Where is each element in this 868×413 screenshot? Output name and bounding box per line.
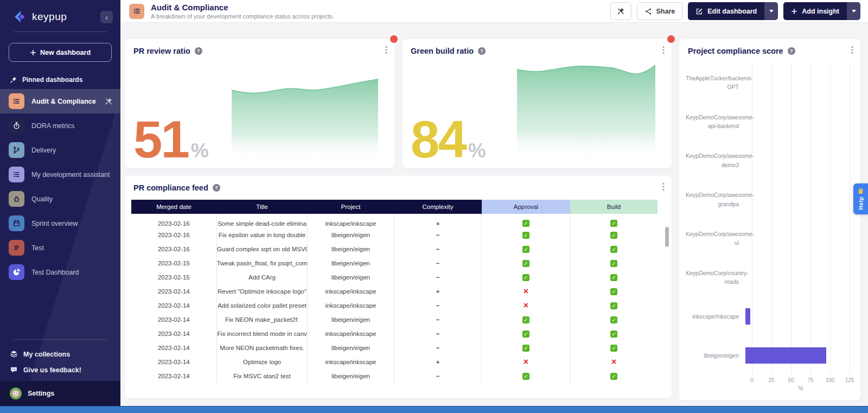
- approval-status-cell: ✓: [482, 214, 570, 228]
- sidebar-item-test[interactable]: Test: [0, 236, 120, 260]
- sidebar-divider: [14, 31, 106, 32]
- x-tick-label: 100: [826, 377, 835, 383]
- unpin-dashboard-button[interactable]: [610, 2, 631, 20]
- table-row[interactable]: 2023-02-14Add solarized color pallet pre…: [131, 298, 658, 313]
- widget-pr-compliance-feed: PR compliance feed ?: [125, 176, 672, 398]
- sidebar-item-audit-compliance[interactable]: Audit & Compliance: [0, 89, 120, 113]
- column-header-build[interactable]: Build: [570, 200, 658, 214]
- kpi-value: 51: [133, 115, 188, 164]
- column-header-project[interactable]: Project: [308, 200, 394, 214]
- new-dashboard-button[interactable]: New dashboard: [9, 43, 112, 62]
- bar: [745, 347, 826, 364]
- column-header-merged-date[interactable]: Merged date: [131, 200, 216, 214]
- x-tick-label: 0: [750, 377, 754, 383]
- sidebar-item-test-dashboard[interactable]: Test Dashboard: [0, 260, 120, 284]
- table-row[interactable]: 2023-02-16Some simple dead-code eliminai…: [131, 214, 658, 228]
- x-tick-label: 50: [788, 377, 794, 383]
- check-icon: ✓: [522, 260, 529, 267]
- widget-menu-icon[interactable]: [851, 46, 853, 56]
- check-icon: ✓: [610, 260, 617, 267]
- add-insight-button[interactable]: Add insight: [783, 2, 847, 20]
- sidebar-footer-divider: [13, 339, 107, 340]
- widget-project-compliance-score: Project compliance score ? TheAppleTucke…: [679, 39, 860, 401]
- check-icon: ✓: [610, 373, 617, 380]
- help-icon[interactable]: ?: [788, 47, 795, 55]
- approval-status-cell: ×: [482, 284, 570, 298]
- table-row[interactable]: 2023-02-14Revert "Optimize inkscape logo…: [131, 284, 658, 298]
- feed-scrollbar[interactable]: [665, 227, 669, 247]
- merged-date-cell: 2023-02-16: [131, 214, 216, 228]
- sidebar-item-delivery[interactable]: Delivery: [0, 138, 120, 162]
- table-row[interactable]: 2023-02-14Optimize logoinkscape/inkscape…: [131, 355, 658, 369]
- bar: [745, 308, 750, 325]
- help-icon[interactable]: ?: [213, 184, 220, 192]
- category-label: inkscape/inkscape: [686, 312, 745, 321]
- alert-badge: [667, 35, 675, 43]
- column-header-complexity[interactable]: Complexity: [394, 200, 482, 214]
- widget-title: PR compliance feed: [133, 183, 208, 192]
- topbar: Audit & Compliance A breakdown of your d…: [120, 0, 868, 23]
- sidebar-item-sprint-overview[interactable]: Sprint overview: [0, 211, 120, 236]
- edit-dashboard-dropdown[interactable]: [764, 2, 778, 20]
- project-cell: libeigen/eigen: [308, 242, 394, 256]
- kpi-unit: %: [468, 139, 486, 162]
- table-row[interactable]: 2023-02-16Fix epsilon value in long doub…: [131, 228, 658, 242]
- check-icon: ✓: [522, 246, 529, 253]
- keypup-logo-icon: [13, 10, 27, 24]
- build-status-cell: ✓: [570, 369, 658, 383]
- complexity-cell: −: [394, 242, 482, 256]
- sidebar-item-feedback[interactable]: Give us feedback!: [0, 362, 120, 378]
- sidebar-footer: My collections Give us feedback!: [0, 339, 120, 381]
- table-row[interactable]: 2023-02-15Tweak pasin_float, fix psqrt_c…: [131, 256, 658, 270]
- table-row[interactable]: 2023-02-15Add CArglibeigen/eigen−✓✓: [131, 270, 658, 284]
- add-insight-dropdown[interactable]: [847, 2, 860, 20]
- help-tab-button[interactable]: Help: [853, 183, 868, 214]
- score-category-row: KeypDemoCorp/awesome- demo3: [686, 141, 855, 180]
- table-row[interactable]: 2023-02-14Fix MSVC atan2 testlibeigen/ei…: [131, 369, 658, 383]
- table-row[interactable]: 2023-02-16Guard complex sqrt on old MSVC…: [131, 242, 658, 256]
- column-header-approval[interactable]: Approval: [482, 200, 570, 214]
- alert-badge: [390, 35, 398, 43]
- edit-dashboard-button[interactable]: Edit dashboard: [688, 2, 764, 20]
- edit-pencil-icon: [695, 8, 703, 15]
- cross-icon: ×: [524, 301, 528, 310]
- merged-date-cell: 2023-02-16: [131, 242, 216, 256]
- table-row[interactable]: 2023-02-14More NEON packetmath fixes.lib…: [131, 341, 658, 355]
- chat-icon: [10, 366, 18, 374]
- column-header-title[interactable]: Title: [216, 200, 308, 214]
- help-icon[interactable]: ?: [195, 47, 202, 55]
- sidebar-item-settings[interactable]: Settings: [0, 381, 120, 406]
- sidebar-item-my-development-assistant[interactable]: My development assistant: [0, 162, 120, 187]
- check-icon: ✓: [522, 316, 529, 323]
- merged-date-cell: 2023-02-14: [131, 284, 216, 298]
- widget-menu-icon[interactable]: [662, 182, 665, 193]
- sidebar-item-dora-metrics[interactable]: DORA metrics: [0, 113, 120, 138]
- approval-status-cell: ✓: [482, 270, 570, 284]
- sidebar-item-my-collections[interactable]: My collections: [0, 346, 120, 362]
- sidebar-collapse-button[interactable]: ‹: [100, 11, 113, 23]
- widget-menu-icon[interactable]: [662, 46, 665, 56]
- add-insight-split-button: Add insight: [783, 2, 860, 20]
- widget-menu-icon[interactable]: [385, 46, 387, 56]
- project-cell: inkscape/inkscape: [308, 284, 394, 298]
- check-icon: ✓: [610, 232, 617, 239]
- check-icon: ✓: [522, 345, 529, 352]
- category-label: KeypDemoCorp/awesome- ui: [686, 230, 745, 247]
- help-icon[interactable]: ?: [478, 47, 486, 55]
- merged-date-cell: 2023-02-14: [131, 298, 216, 313]
- chevron-down-icon: [852, 10, 856, 12]
- widget-title: PR review ratio: [133, 47, 190, 55]
- sidebar-item-quality[interactable]: Quality: [0, 187, 120, 211]
- x-axis-label: %: [752, 385, 850, 393]
- pin-icon: [10, 76, 17, 84]
- project-cell: inkscape/inkscape: [308, 298, 394, 313]
- share-button[interactable]: Share: [637, 2, 683, 20]
- share-icon: [644, 8, 652, 15]
- green-build-area-chart: [517, 62, 655, 160]
- complexity-cell: −: [394, 256, 482, 270]
- unpin-icon[interactable]: [105, 97, 113, 105]
- sidebar: keypup ‹ New dashboard Pinned dashboards…: [0, 0, 120, 406]
- table-row[interactable]: 2023-02-14Fix NEON make_packet2f.libeige…: [131, 313, 658, 327]
- table-row[interactable]: 2023-02-14Fix incorrect blend mode in ca…: [131, 327, 658, 341]
- category-label: TheAppleTucker/backend- GPT: [686, 74, 745, 92]
